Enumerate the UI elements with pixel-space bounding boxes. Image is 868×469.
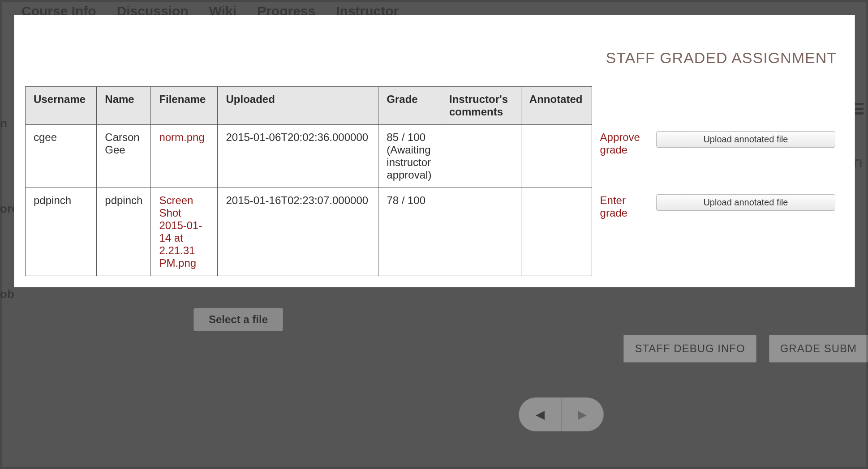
upload-annotated-file-button[interactable]: Upload annotated file <box>656 131 835 148</box>
cell-grade: 78 / 100 <box>378 188 441 276</box>
cell-name: Carson Gee <box>97 125 151 188</box>
grade-submissions-button[interactable]: GRADE SUBM <box>769 335 868 362</box>
cell-grade: 85 / 100 (Awaiting instructor approval) <box>378 125 441 188</box>
cell-name: pdpinch <box>97 188 151 276</box>
sidebar-fragment: n ord ob <box>0 98 13 367</box>
dialog-title: STAFF GRADED ASSIGNMENT <box>25 49 837 67</box>
select-file-button[interactable]: Select a file <box>193 308 283 331</box>
cell-comments <box>441 188 521 276</box>
col-username: Username <box>26 87 97 125</box>
staff-debug-info-button[interactable]: STAFF DEBUG INFO <box>623 335 756 362</box>
pager-prev-icon[interactable]: ◀ <box>519 398 561 431</box>
cell-uploaded: 2015-01-06T20:02:36.000000 <box>218 125 378 188</box>
cell-username: pdpinch <box>26 188 97 276</box>
pager: ◀ ▶ <box>519 397 604 431</box>
cell-comments <box>441 125 521 188</box>
col-name: Name <box>97 87 151 125</box>
submissions-table: Username Name Filename Uploaded Grade In… <box>25 86 844 276</box>
cell-uploaded: 2015-01-16T02:23:07.000000 <box>218 188 378 276</box>
col-uploaded: Uploaded <box>218 87 378 125</box>
enter-grade-link[interactable]: Enter grade <box>600 194 627 219</box>
col-grade: Grade <box>378 87 441 125</box>
col-filename: Filename <box>151 87 218 125</box>
cell-annotated <box>521 188 592 276</box>
approve-grade-link[interactable]: Approve grade <box>600 131 640 156</box>
col-comments: Instructor's comments <box>441 87 521 125</box>
filename-link[interactable]: norm.png <box>159 131 204 143</box>
table-row: cgee Carson Gee norm.png 2015-01-06T20:0… <box>26 125 844 188</box>
cell-annotated <box>521 125 592 188</box>
pager-next-icon[interactable]: ▶ <box>562 398 604 431</box>
table-header-row: Username Name Filename Uploaded Grade In… <box>26 87 844 125</box>
filename-link[interactable]: Screen Shot 2015-01-14 at 2.21.31 PM.png <box>159 194 202 269</box>
sidebar-text: n <box>0 116 13 130</box>
sidebar-text: ord <box>0 202 13 216</box>
sidebar-text: ob <box>0 287 13 301</box>
cell-username: cgee <box>26 125 97 188</box>
table-row: pdpinch pdpinch Screen Shot 2015-01-14 a… <box>26 188 844 276</box>
staff-graded-assignment-dialog: STAFF GRADED ASSIGNMENT Username Name Fi… <box>14 15 855 287</box>
upload-annotated-file-button[interactable]: Upload annotated file <box>656 194 835 211</box>
col-annotated: Annotated <box>521 87 592 125</box>
